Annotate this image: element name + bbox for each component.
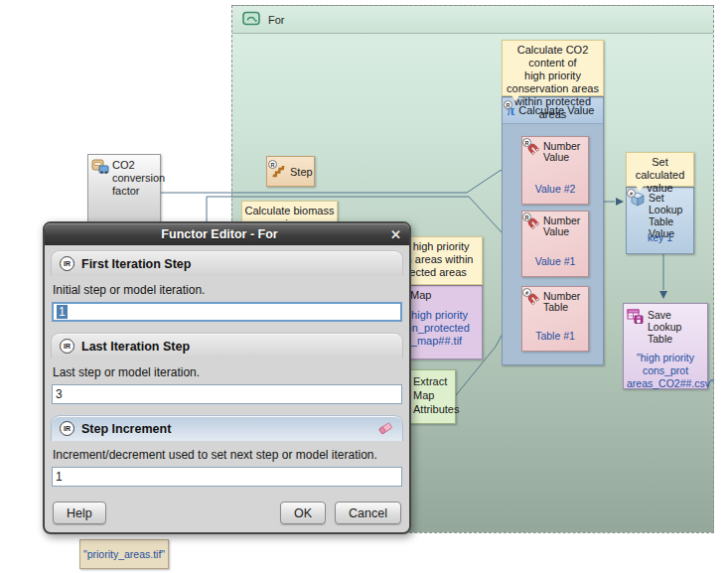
input-value-selected: 1 — [57, 305, 68, 319]
input-value: 3 — [56, 387, 63, 401]
note-text: Set calculated — [629, 156, 691, 182]
co2-label-line: conversion — [112, 172, 165, 185]
calculate-value-group[interactable]: π R Calculate Value R Number Value — [502, 96, 604, 365]
last-iteration-step-input[interactable]: 3 — [52, 384, 402, 404]
functor-value: Table #1 — [522, 330, 588, 342]
lookup-table-truck-icon — [91, 159, 109, 218]
co2-conversion-factor-functor[interactable]: CO2 conversion factor — [87, 154, 161, 223]
functor-editor-dialog: Functor Editor - For ✕ IR First Iteratio… — [43, 221, 411, 534]
close-icon[interactable]: ✕ — [388, 228, 403, 241]
co2-label-line: factor — [112, 185, 165, 198]
extract-label-line: Map — [413, 388, 455, 402]
functor-value: Value #2 — [522, 183, 588, 195]
section-heading: Step Increment — [81, 422, 171, 436]
functor-value: Value #1 — [522, 255, 588, 267]
extract-label-line: Attributes — [413, 402, 455, 416]
section-description: Increment/decrement used to set next ste… — [53, 448, 401, 462]
note-text: conservation areas — [505, 82, 601, 95]
magnet-icon: # — [525, 291, 540, 313]
note-tail — [636, 186, 644, 192]
real-badge: R — [268, 160, 277, 169]
first-iteration-step-input[interactable]: 1 — [52, 302, 402, 322]
ir-badge-icon: IR — [60, 421, 74, 436]
functor-title-line: Save Lookup — [648, 309, 704, 333]
section-heading: Last Iteration Step — [81, 340, 190, 354]
note-text: Calculate CO2 content of — [505, 44, 601, 70]
section-header-last-iteration-step[interactable]: IR Last Iteration Step — [51, 333, 403, 358]
extract-label-line: Extract — [413, 374, 455, 388]
save-filename-line: "high priority — [627, 352, 704, 364]
co2-label-line: CO2 — [112, 159, 165, 172]
step-functor[interactable]: R Step — [266, 156, 315, 187]
dialog-body: IR First Iteration Step Initial step or … — [45, 245, 409, 532]
note-text: high priority — [505, 70, 601, 82]
number-table-functor[interactable]: # Number Table Table #1 — [521, 286, 589, 352]
note-calculate-co2: Calculate CO2 content of high priority c… — [502, 40, 604, 96]
save-filename-line: cons_prot — [627, 364, 704, 377]
section-heading: First Iteration Step — [81, 257, 191, 271]
functor-title-line: Value — [543, 152, 580, 163]
eraser-icon[interactable] — [377, 420, 394, 438]
step-label: Step — [290, 166, 313, 178]
map-label: Map — [410, 289, 431, 303]
section-header-first-iteration-step[interactable]: IR First Iteration Step — [51, 250, 403, 276]
save-lookup-table-functor[interactable]: Save Lookup Table "high priority cons_pr… — [623, 303, 708, 389]
functor-title-line: Table — [543, 302, 580, 313]
dialog-title: Functor Editor - For — [51, 227, 388, 241]
magnet-icon: R — [525, 141, 540, 163]
help-button[interactable]: Help — [53, 501, 106, 524]
real-badge: R — [522, 138, 531, 147]
magnet-icon: R — [525, 215, 540, 237]
set-lookup-table-value-functor[interactable]: # Set Lookup Table Value key 1 — [626, 187, 694, 254]
dialog-titlebar[interactable]: Functor Editor - For ✕ — [45, 223, 409, 245]
section-header-step-increment[interactable]: IR Step Increment — [51, 415, 403, 441]
functor-title-line: Value — [543, 226, 580, 237]
table-badge: # — [522, 288, 531, 297]
cancel-button[interactable]: Cancel — [335, 501, 401, 524]
note-set-calculated-value: Set calculated value — [626, 152, 694, 187]
note-tail — [511, 95, 519, 101]
section-description: Initial step or model iteration. — [53, 283, 401, 297]
functor-value: key 1 — [627, 231, 693, 243]
section-description: Last step or model iteration. — [53, 365, 401, 379]
input-value: 1 — [56, 470, 63, 484]
step-increment-input[interactable]: 1 — [52, 467, 402, 487]
ir-badge-icon: IR — [60, 256, 74, 271]
step-icon: R — [271, 163, 286, 180]
save-table-icon — [627, 309, 644, 345]
ok-button[interactable]: OK — [280, 501, 326, 524]
save-filename-line: areas_CO2##.csv" — [627, 377, 704, 390]
functor-title-line: Set Lookup — [649, 192, 690, 215]
priority-areas-functor[interactable]: "priority_areas.tif" — [79, 539, 169, 569]
number-value-1-functor[interactable]: R Number Value Value #1 — [521, 211, 589, 277]
ir-badge-icon: IR — [60, 339, 74, 354]
number-value-2-functor[interactable]: R Number Value Value #2 — [521, 136, 589, 205]
functor-title-line: Table — [648, 333, 704, 345]
priority-filename: "priority_areas.tif" — [83, 548, 165, 560]
real-badge: R — [522, 213, 531, 221]
